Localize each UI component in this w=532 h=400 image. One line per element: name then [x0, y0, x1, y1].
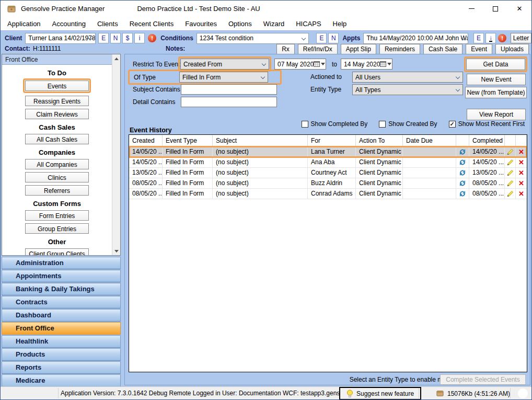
suggest-feature-button[interactable]: Suggest new feature — [339, 387, 421, 400]
new-event-button[interactable]: New Event — [467, 74, 526, 85]
menu-hicaps[interactable]: HICAPS — [290, 20, 327, 28]
conditions-n-button[interactable]: N — [328, 33, 339, 43]
appts-e-button[interactable]: E — [473, 33, 484, 43]
delete-event-button[interactable]: ✕ — [516, 157, 527, 167]
column-header-date-due[interactable]: Date Due — [403, 135, 456, 146]
column-header-for[interactable]: For — [308, 135, 356, 146]
scroll-down-button[interactable] — [112, 247, 120, 255]
entity-type-combobox[interactable]: All Types — [352, 84, 463, 95]
sidebar-scrollbar[interactable] — [112, 54, 120, 255]
restrict-to-events-combobox[interactable]: Created From — [180, 59, 269, 70]
checkbox-show-created-by[interactable]: Show Created By — [379, 120, 437, 128]
new-from-template-button[interactable]: New (from Template) — [465, 87, 527, 98]
sidebar-button-group-entries[interactable]: Group Entries — [25, 223, 89, 234]
client-i-button[interactable]: i — [134, 33, 145, 43]
refresh-event-button[interactable] — [456, 178, 469, 188]
column-header-subject[interactable]: Subject — [213, 135, 308, 146]
scroll-up-button[interactable] — [112, 54, 120, 63]
client-e-button[interactable]: E — [98, 33, 109, 43]
accordion-item-products[interactable]: Products — [2, 348, 121, 361]
accordion-item-healthlink[interactable]: Healthlink — [2, 335, 121, 348]
column-header-completed[interactable]: Completed — [469, 135, 505, 146]
client-combobox[interactable]: Turner Lana 14/02/1978 — [25, 33, 96, 44]
checkbox-icon[interactable]: ✓ — [449, 121, 456, 128]
close-button[interactable]: ✕ — [507, 1, 531, 17]
sidebar-button-claim-reviews[interactable]: Claim Reviews — [25, 109, 89, 119]
edit-event-button[interactable] — [505, 168, 516, 178]
event-row[interactable]: 13/05/20 ...Filled In Form(no subject)Co… — [129, 168, 527, 178]
event-row[interactable]: 08/05/20 ...Filled In Form(no subject)Co… — [129, 189, 527, 199]
complete-selected-events-button[interactable]: Complete Selected Events — [440, 374, 526, 385]
menu-help[interactable]: Help — [327, 20, 353, 28]
delete-event-button[interactable]: ✕ — [516, 189, 527, 199]
accordion-item-dashboard[interactable]: Dashboard — [2, 309, 121, 322]
accordion-item-administration[interactable]: Administration — [2, 257, 121, 269]
sidebar-button-reassign-events[interactable]: Reassign Events — [25, 96, 89, 106]
refresh-event-button[interactable] — [456, 168, 469, 178]
get-data-button[interactable]: Get Data — [466, 59, 525, 70]
client-n-button[interactable]: N — [110, 33, 121, 43]
edit-event-button[interactable] — [505, 147, 516, 157]
minimize-button[interactable] — [459, 1, 483, 17]
refresh-event-button[interactable] — [456, 189, 469, 199]
conditions-combobox[interactable]: 1234 Test condition — [196, 33, 309, 44]
checkbox-show-completed-by[interactable]: Show Completed By — [302, 120, 368, 128]
subject-contains-input[interactable] — [181, 84, 277, 95]
delete-event-button[interactable]: ✕ — [516, 178, 527, 188]
accordion-item-front-office[interactable]: Front Office — [2, 322, 121, 335]
column-header-created[interactable]: Created — [129, 135, 163, 146]
appts-combobox[interactable]: Thu 14/May/2020 10:00 AM John Watso — [363, 33, 468, 44]
appts-alert-icon[interactable]: ! — [498, 34, 506, 42]
menu-favourites[interactable]: Favourites — [179, 20, 223, 28]
detail-contains-input[interactable] — [181, 97, 277, 107]
refresh-event-button[interactable] — [456, 147, 469, 157]
sidebar-button-events[interactable]: Events — [25, 81, 89, 91]
actioned-to-combobox[interactable]: All Users — [352, 72, 463, 83]
sidebar-button-clinics[interactable]: Clinics — [25, 172, 89, 182]
column-header-event-type[interactable]: Event Type — [163, 135, 213, 146]
cell-event_type: Filled In Form — [163, 189, 213, 199]
sidebar-button-all-companies[interactable]: All Companies — [25, 159, 89, 169]
conditions-e-button[interactable]: E — [316, 33, 327, 43]
accordion-item-medicare[interactable]: Medicare — [2, 374, 121, 387]
edit-event-button[interactable] — [505, 189, 516, 199]
event-row[interactable]: 14/05/20 ...Filled In Form(no subject)An… — [129, 157, 527, 168]
delete-event-button[interactable]: ✕ — [516, 168, 527, 178]
column-header-blank-8[interactable] — [505, 135, 516, 146]
refresh-event-button[interactable] — [456, 157, 469, 167]
appt-download-button[interactable]: ↓ — [485, 33, 496, 43]
event-row[interactable]: 08/05/20 ...Filled In Form(no subject)Bu… — [129, 178, 527, 189]
checkbox-show-most-recent-first[interactable]: ✓Show Most Recent First — [449, 120, 525, 128]
menu-wizard[interactable]: Wizard — [258, 20, 290, 28]
menu-options[interactable]: Options — [223, 20, 258, 28]
client-alert-icon[interactable]: ! — [148, 34, 156, 42]
sidebar-button-referrers[interactable]: Referrers — [25, 185, 89, 196]
sidebar-button-all-cash-sales[interactable]: All Cash Sales — [25, 134, 89, 144]
event-row[interactable]: 14/05/20 ...Filled In Form(no subject)La… — [129, 147, 527, 157]
of-type-combobox[interactable]: Filled In Form — [179, 72, 268, 83]
checkbox-icon[interactable] — [379, 121, 386, 128]
column-header-blank-6[interactable] — [456, 135, 469, 146]
maximize-button[interactable] — [483, 1, 507, 17]
accordion-item-banking-daily-takings[interactable]: Banking & Daily Takings — [2, 283, 121, 295]
menu-recent-clients[interactable]: Recent Clients — [124, 20, 180, 28]
column-header-blank-9[interactable] — [516, 135, 527, 146]
view-report-button[interactable]: View Report — [467, 109, 526, 120]
edit-event-button[interactable] — [505, 157, 516, 167]
sidebar-button-form-entries[interactable]: Form Entries — [25, 210, 89, 221]
menu-clients[interactable]: Clients — [91, 20, 124, 28]
date-from-picker[interactable]: 07 May 2020 — [274, 59, 326, 70]
sidebar-button-client-group-clients[interactable]: Client Group Clients — [25, 248, 89, 255]
client--button[interactable]: $ — [122, 33, 133, 43]
menu-application[interactable]: Application — [2, 20, 47, 28]
delete-event-button[interactable]: ✕ — [516, 147, 527, 157]
menu-accounting[interactable]: Accounting — [47, 20, 91, 28]
letter-button[interactable]: Letter — [511, 33, 531, 43]
accordion-item-appointments[interactable]: Appointments — [2, 270, 121, 282]
edit-event-button[interactable] — [505, 178, 516, 188]
column-header-action-to[interactable]: Action To — [356, 135, 403, 146]
checkbox-icon[interactable] — [302, 121, 308, 128]
accordion-item-reports[interactable]: Reports — [2, 361, 121, 374]
date-to-picker[interactable]: 14 May 2020 — [341, 59, 392, 70]
accordion-item-contracts[interactable]: Contracts — [2, 296, 121, 308]
